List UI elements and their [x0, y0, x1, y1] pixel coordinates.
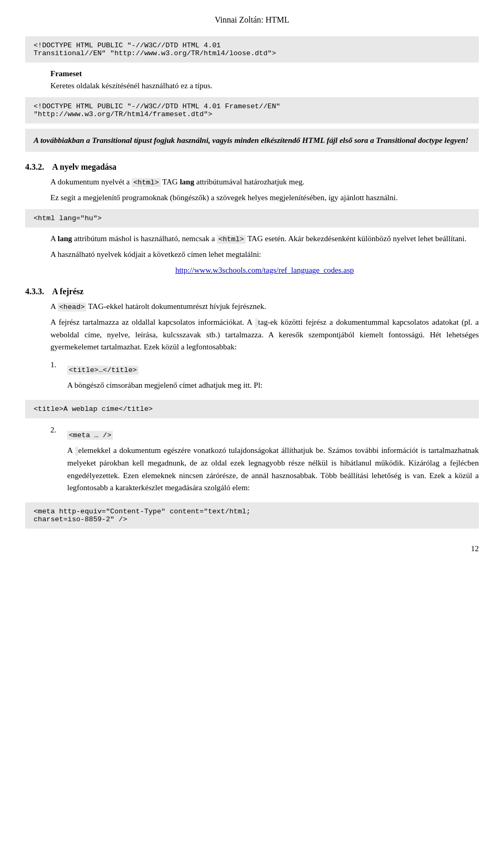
section-433-para2: A fejrész tartalmazza az oldallal kapcso…	[50, 316, 479, 353]
list-item-2: 2. <meta … /> A elemekkel a dokumentum e…	[50, 426, 479, 497]
list-number-2: 2.	[50, 426, 67, 435]
list-content-1: <title>…</title> A böngésző címsorában m…	[67, 360, 262, 395]
title-code-block: <title>A weblap címe</title>	[25, 400, 479, 418]
section-433-heading: 4.3.3. A fejrész	[25, 287, 479, 296]
lang-attr-section: A lang attribútum máshol is használható,…	[50, 233, 479, 276]
section-433-title: A fejrész	[52, 287, 83, 296]
section-433: 4.3.3. A fejrész A <head> TAG-ekkel hatá…	[25, 287, 479, 353]
frameset-section: Frameset Keretes oldalak készítésénél ha…	[50, 68, 479, 92]
section-432-para1: A dokumentum nyelvét a <html> TAG lang a…	[50, 176, 479, 189]
lang-para1: A lang attribútum máshol is használható,…	[50, 233, 479, 245]
frameset-desc: Keretes oldalak készítésénél használható…	[50, 81, 213, 90]
section-432-title: A nyelv megadása	[52, 162, 117, 171]
doctype-block-1: <!DOCTYPE HTML PUBLIC "-//W3C//DTD HTML …	[25, 36, 479, 63]
section-433-number: 4.3.3.	[25, 287, 44, 296]
page-title: Vinnai Zoltán: HTML	[25, 14, 479, 27]
html-lang-block: <html lang="hu">	[25, 209, 479, 228]
section-432: 4.3.2. A nyelv megadása A dokumentum nye…	[25, 162, 479, 204]
list-content-2: <meta … /> A elemekkel a dokumentum egés…	[67, 426, 479, 497]
section-433-content: A <head> TAG-ekkel határolt dokumentumré…	[50, 301, 479, 353]
lang-link[interactable]: http://www.w3schools.com/tags/ref_langua…	[50, 264, 479, 276]
frameset-heading: Frameset	[50, 69, 82, 78]
section-432-number: 4.3.2.	[25, 162, 44, 171]
page-number: 12	[25, 544, 479, 553]
section-433-para1: A <head> TAG-ekkel határolt dokumentumré…	[50, 301, 479, 313]
doctype-block-2: <!DOCTYPE HTML PUBLIC "-//W3C//DTD HTML …	[25, 97, 479, 123]
transitional-paragraph: A továbbiakban a Transitional típust fog…	[25, 129, 479, 152]
section-432-heading: 4.3.2. A nyelv megadása	[25, 162, 479, 172]
meta-code-block: <meta http-equiv="Content-Type" content=…	[25, 502, 479, 529]
lang-para2: A használható nyelvek kódjait a következ…	[50, 249, 479, 261]
section-432-content: A dokumentum nyelvét a <html> TAG lang a…	[50, 176, 479, 204]
list-number-1: 1.	[50, 360, 67, 369]
section-432-para2: Ez segít a megjelenítő programoknak (bön…	[50, 192, 479, 204]
list-item-1: 1. <title>…</title> A böngésző címsorába…	[50, 360, 479, 395]
